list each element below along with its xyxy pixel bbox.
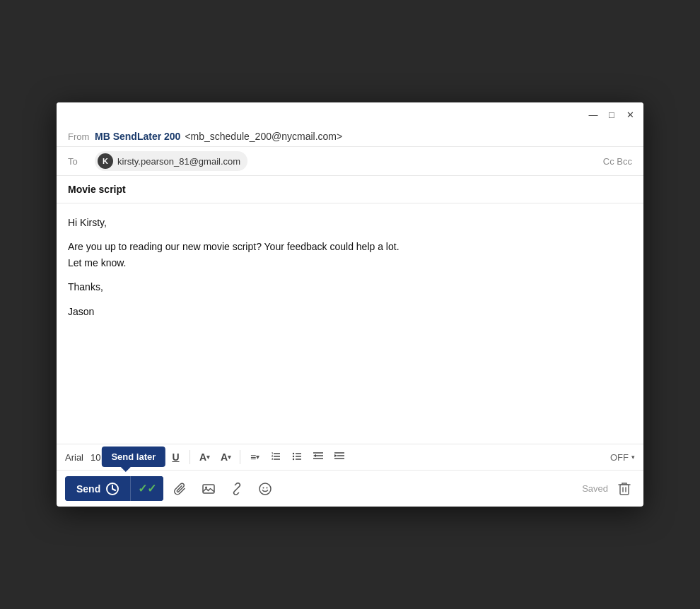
indent-increase-icon [334, 451, 345, 463]
link-icon [231, 483, 243, 495]
image-button[interactable] [197, 478, 220, 500]
recipient-email: kirsty.pearson_81@gmail.com [117, 156, 240, 167]
paperclip-icon [174, 483, 187, 495]
svg-line-25 [235, 487, 239, 490]
svg-point-26 [259, 483, 271, 495]
delete-button[interactable] [614, 478, 635, 499]
svg-text:3: 3 [272, 457, 274, 461]
toolbar-divider-3 [240, 450, 240, 464]
ordered-list-button[interactable]: 1 2 3 [266, 447, 286, 467]
font-color-button[interactable]: A ▾ [194, 447, 214, 467]
svg-point-8 [293, 458, 294, 459]
maximize-button[interactable]: □ [607, 110, 617, 119]
align-button[interactable]: ≡ ▾ [245, 447, 264, 467]
image-icon [202, 483, 215, 495]
body-para1: Are you up to reading our new movie scri… [68, 239, 632, 271]
send-later-tooltip: Send later [101, 447, 165, 467]
check-icon: ✓✓ [138, 482, 156, 495]
font-name-label: Arial [65, 452, 83, 463]
close-button[interactable]: ✕ [625, 110, 635, 119]
recipient-chip[interactable]: K kirsty.pearson_81@gmail.com [95, 151, 247, 171]
align-icon: ≡ [250, 451, 256, 463]
title-bar: — □ ✕ [57, 102, 643, 126]
link-button[interactable] [226, 478, 248, 500]
send-label: Send [76, 483, 100, 495]
svg-point-27 [263, 487, 264, 488]
emoji-button[interactable] [254, 478, 276, 500]
attach-button[interactable] [169, 478, 192, 500]
underline-button[interactable]: U [165, 447, 185, 467]
font-color-dropdown-arrow: ▾ [206, 454, 210, 461]
clock-icon [106, 483, 119, 495]
subject-row: Movie script [57, 176, 643, 203]
indent-decrease-button[interactable] [308, 447, 328, 467]
toolbar-divider-2 [189, 450, 190, 464]
svg-rect-23 [203, 485, 214, 493]
svg-point-7 [293, 455, 294, 456]
cc-bcc-button[interactable]: Cc Bcc [603, 156, 632, 167]
off-dropdown-arrow: ▾ [631, 454, 635, 461]
to-row: To K kirsty.pearson_81@gmail.com Cc Bcc [57, 147, 643, 176]
svg-marker-15 [313, 454, 316, 457]
highlight-color-button[interactable]: A ▾ [216, 447, 235, 467]
svg-point-6 [293, 452, 294, 454]
check-button[interactable]: ✓✓ [130, 476, 163, 501]
send-button-group: Send ✓✓ [65, 476, 163, 501]
highlight-color-icon: A [221, 451, 228, 463]
trash-icon [618, 482, 631, 496]
saved-label: Saved [582, 483, 608, 494]
highlight-color-group: A ▾ [216, 447, 235, 467]
indent-decrease-icon [313, 451, 324, 463]
avatar: K [98, 153, 113, 169]
font-color-icon: A [199, 451, 206, 463]
svg-marker-19 [334, 454, 337, 457]
sender-name: MB SendLater 200 [95, 131, 180, 142]
from-row: From MB SendLater 200 <mb_schedule_200@n… [57, 126, 643, 147]
svg-point-28 [267, 487, 268, 488]
send-button[interactable]: Send [65, 477, 130, 501]
body-greeting: Hi Kirsty, [68, 215, 632, 230]
from-label: From [68, 131, 95, 142]
minimize-button[interactable]: — [588, 110, 598, 119]
indent-increase-button[interactable] [329, 447, 349, 467]
bottom-bar: Send later Send ✓✓ [57, 470, 643, 507]
unordered-list-icon [292, 451, 302, 463]
to-label: To [68, 156, 95, 167]
subject-text: Movie script [68, 184, 126, 195]
ordered-list-icon: 1 2 3 [271, 451, 281, 463]
align-dropdown-arrow: ▾ [256, 454, 259, 461]
body-name: Jason [68, 304, 632, 319]
font-color-group: A ▾ [194, 447, 214, 467]
compose-window: — □ ✕ From MB SendLater 200 <mb_schedule… [57, 102, 643, 507]
highlight-dropdown-arrow: ▾ [228, 454, 231, 461]
svg-rect-29 [620, 485, 629, 495]
body-thanks: Thanks, [68, 279, 632, 295]
window-controls: — □ ✕ [588, 110, 635, 119]
send-button-container: Send later Send ✓✓ [65, 476, 163, 501]
emoji-icon [259, 483, 272, 495]
off-toggle[interactable]: OFF ▾ [610, 452, 635, 463]
off-label: OFF [610, 452, 629, 463]
sender-email: <mb_schedule_200@nycmail.com> [185, 131, 342, 142]
svg-line-22 [112, 489, 115, 490]
unordered-list-button[interactable] [287, 447, 307, 467]
email-body[interactable]: Hi Kirsty, Are you up to reading our new… [57, 203, 643, 444]
